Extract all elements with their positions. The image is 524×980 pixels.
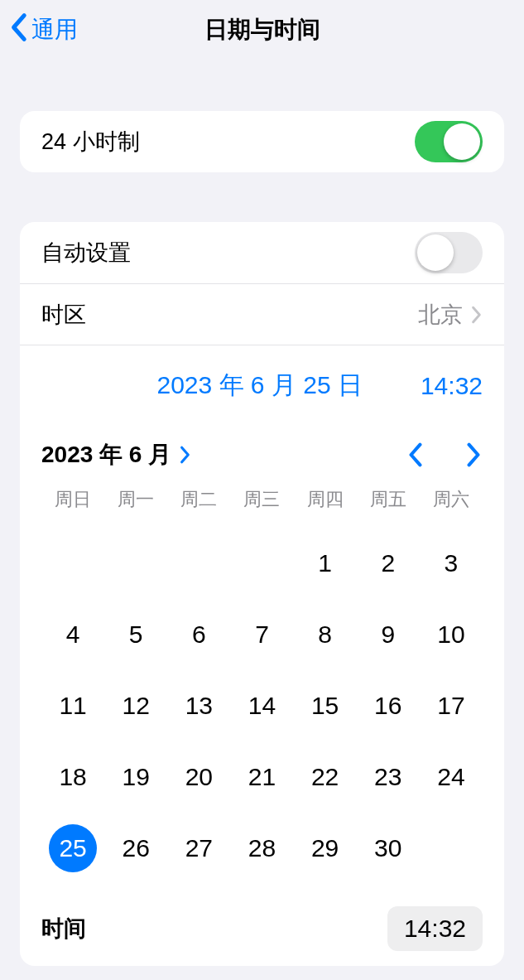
label-auto-set: 自动设置: [41, 238, 415, 268]
row-time: 时间 14:32: [20, 895, 504, 966]
calendar-weekday-row: 周日周一周二周三周四周五周六: [41, 482, 483, 520]
calendar-day[interactable]: 7: [230, 611, 293, 658]
calendar-day[interactable]: 13: [167, 683, 230, 729]
calendar-day[interactable]: 26: [104, 825, 167, 871]
calendar-day[interactable]: 19: [104, 754, 167, 800]
calendar: 2023 年 6 月 周日周一周二周三周四周五周六 12345678910111…: [20, 422, 504, 895]
chevron-left-icon: [8, 12, 28, 48]
label-24-hour: 24 小时制: [41, 127, 415, 157]
calendar-day[interactable]: 9: [357, 611, 420, 658]
calendar-day[interactable]: 20: [167, 754, 230, 800]
calendar-day[interactable]: 10: [420, 611, 483, 658]
calendar-next-button[interactable]: [464, 442, 483, 467]
calendar-day[interactable]: 24: [420, 754, 483, 800]
label-timezone: 时区: [41, 300, 418, 330]
calendar-prev-button[interactable]: [406, 442, 425, 467]
toggle-24-hour[interactable]: [415, 121, 483, 162]
calendar-day[interactable]: 21: [230, 754, 293, 800]
calendar-day[interactable]: 16: [357, 683, 420, 729]
calendar-day[interactable]: 27: [167, 825, 230, 871]
chevron-right-icon: [180, 446, 191, 464]
calendar-day[interactable]: 8: [294, 611, 357, 658]
calendar-weekday: 周五: [357, 487, 420, 512]
calendar-day[interactable]: 2: [357, 540, 420, 587]
calendar-weekday: 周六: [420, 487, 483, 512]
chevron-right-icon: [471, 306, 483, 324]
calendar-day[interactable]: 29: [294, 825, 357, 871]
time-picker-button[interactable]: 14:32: [387, 906, 483, 951]
calendar-day-empty: [230, 540, 293, 587]
calendar-day[interactable]: 6: [167, 611, 230, 658]
calendar-day[interactable]: 30: [357, 825, 420, 871]
calendar-day[interactable]: 12: [104, 683, 167, 729]
calendar-day[interactable]: 14: [230, 683, 293, 729]
calendar-day[interactable]: 1: [294, 540, 357, 587]
row-timezone[interactable]: 时区 北京: [20, 283, 504, 345]
selected-date-button[interactable]: 2023 年 6 月 25 日: [156, 369, 362, 403]
calendar-day[interactable]: 5: [104, 611, 167, 658]
calendar-weekday: 周日: [41, 487, 104, 512]
value-timezone: 北京: [418, 300, 463, 330]
back-button[interactable]: 通用: [8, 12, 78, 48]
calendar-day[interactable]: 25: [41, 825, 104, 871]
toggle-auto-set[interactable]: [415, 232, 483, 273]
calendar-day[interactable]: 4: [41, 611, 104, 658]
calendar-day-empty: [167, 540, 230, 587]
row-auto-set: 自动设置: [20, 222, 504, 283]
calendar-day[interactable]: 17: [420, 683, 483, 729]
calendar-weekday: 周三: [230, 487, 293, 512]
back-label: 通用: [31, 14, 78, 46]
calendar-month-label: 2023 年 6 月: [41, 439, 171, 471]
calendar-days-grid: 1234567891011121314151617181920212223242…: [41, 520, 483, 885]
row-selected-date-time: 2023 年 6 月 25 日 14:32: [20, 345, 504, 422]
label-time: 时间: [41, 914, 387, 944]
calendar-weekday: 周一: [104, 487, 167, 512]
page-title: 日期与时间: [0, 14, 524, 46]
calendar-day[interactable]: 23: [357, 754, 420, 800]
calendar-weekday: 周四: [294, 487, 357, 512]
calendar-day-empty: [104, 540, 167, 587]
selected-time-button[interactable]: 14:32: [421, 372, 483, 400]
calendar-weekday: 周二: [167, 487, 230, 512]
calendar-day[interactable]: 18: [41, 754, 104, 800]
calendar-day[interactable]: 3: [420, 540, 483, 587]
calendar-day[interactable]: 11: [41, 683, 104, 729]
calendar-day[interactable]: 22: [294, 754, 357, 800]
calendar-day[interactable]: 15: [294, 683, 357, 729]
calendar-day[interactable]: 28: [230, 825, 293, 871]
calendar-month-picker[interactable]: 2023 年 6 月: [41, 439, 191, 471]
calendar-day-empty: [41, 540, 104, 587]
row-24-hour: 24 小时制: [20, 111, 504, 172]
